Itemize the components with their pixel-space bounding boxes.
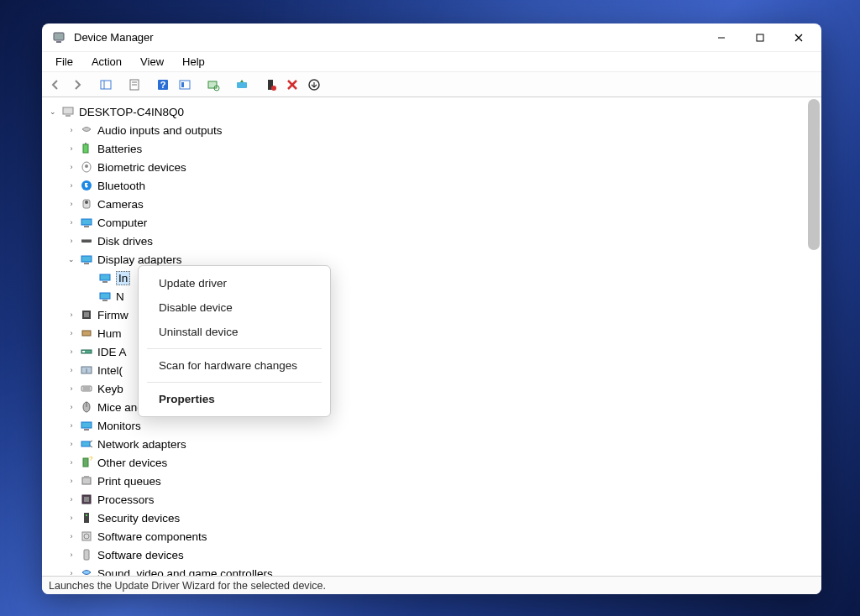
menu-action[interactable]: Action [83,54,130,70]
chevron-right-icon: › [66,475,77,487]
device-category-icon [79,493,94,506]
device-category-icon [79,253,94,266]
ctx-uninstall-device[interactable]: Uninstall device [139,320,330,344]
tree-item[interactable]: ›Bluetooth [66,176,821,195]
svg-rect-24 [66,115,71,117]
show-hide-tree-button[interactable] [96,75,116,95]
svg-rect-37 [84,263,89,264]
disable-button[interactable] [304,75,324,95]
display-adapter-icon [97,271,113,285]
svg-rect-41 [102,300,108,301]
display-adapter-icon [97,290,113,303]
svg-rect-23 [63,107,73,114]
menu-view[interactable]: View [132,54,172,70]
scrollbar[interactable] [808,99,820,250]
tree-item-label: N [116,290,124,303]
tree-item-label: Security devices [97,512,180,525]
tree-item[interactable]: ›Cameras [66,195,821,213]
svg-rect-57 [83,458,88,467]
chevron-right-icon: › [66,493,77,505]
svg-text:?: ? [89,456,93,462]
help-button[interactable]: ? [153,75,173,95]
svg-rect-40 [100,293,110,299]
device-category-icon [79,474,94,488]
forward-button[interactable] [67,75,87,95]
svg-rect-43 [84,312,89,317]
tree-item-label: Network adapters [97,438,186,451]
close-button[interactable] [779,24,818,51]
tree-item[interactable]: ›Audio inputs and outputs [66,121,821,139]
tree-item[interactable]: ›Security devices [66,509,821,527]
svg-rect-62 [84,497,89,502]
svg-rect-60 [84,476,89,478]
svg-rect-67 [84,550,89,560]
svg-rect-49 [81,386,92,391]
device-category-icon [79,197,94,211]
tree-root-label: DESKTOP-C4IN8Q0 [79,106,184,118]
tree-item[interactable]: ›Sound, video and game controllers [66,564,821,576]
chevron-right-icon: › [66,180,77,191]
svg-rect-63 [84,513,89,523]
tree-item-label: Sound, video and game controllers [97,567,273,577]
back-button[interactable] [45,75,66,95]
device-category-icon [79,419,94,432]
tree-item-label: Biometric devices [97,161,186,174]
svg-rect-59 [82,478,91,484]
chevron-right-icon: › [66,124,77,136]
update-driver-button[interactable] [232,75,252,95]
svg-rect-39 [102,281,108,283]
svg-rect-0 [54,33,64,40]
device-category-icon [79,123,94,137]
svg-point-31 [85,201,88,204]
ctx-disable-device[interactable]: Disable device [139,295,330,320]
svg-rect-26 [85,143,87,144]
tree-item[interactable]: ›Disk drives [66,232,821,250]
tree-item[interactable]: ›Processors [66,490,821,509]
status-text: Launches the Update Driver Wizard for th… [49,580,326,592]
device-category-icon [79,142,94,155]
svg-rect-6 [101,81,111,89]
tree-item[interactable]: ›Monitors [66,416,821,435]
tree-item-label: Monitors [97,420,141,432]
menu-help[interactable]: Help [174,54,213,70]
uninstall-button[interactable] [260,75,281,95]
ctx-update-driver[interactable]: Update driver [139,271,330,295]
titlebar: Device Manager [42,23,821,52]
properties-button[interactable] [124,75,144,95]
menu-file[interactable]: File [47,54,81,70]
action-button[interactable] [175,75,195,95]
tree-item[interactable]: ›Biometric devices [66,158,821,176]
tree-item[interactable]: ›Computer [66,213,821,232]
toolbar: ? [42,72,821,97]
tree-item[interactable]: ›Software components [66,527,821,546]
ctx-scan-hardware[interactable]: Scan for hardware changes [139,353,330,378]
tree-root[interactable]: ⌄ DESKTOP-C4IN8Q0 [47,102,821,121]
tree-item-label: IDE A [97,346,127,358]
tree-item-label: Intel( [97,364,123,377]
chevron-right-icon: › [66,143,77,154]
tree-item[interactable]: ›?Other devices [66,453,821,472]
device-category-icon: i [79,363,94,377]
tree-item-label: Other devices [97,457,167,469]
ctx-properties[interactable]: Properties [139,387,330,411]
svg-rect-54 [81,422,92,428]
tree-item[interactable]: ›Print queues [66,472,821,490]
minimize-button[interactable] [702,24,741,51]
device-category-icon [79,179,94,192]
scan-hardware-button[interactable] [203,75,223,95]
svg-rect-35 [81,239,92,240]
tree-item-label: Software devices [97,549,184,561]
device-category-icon [79,160,94,174]
app-icon [52,31,66,44]
maximize-button[interactable] [741,24,779,51]
delete-button[interactable] [282,75,302,95]
tree-item[interactable]: ›Software devices [66,546,821,564]
chevron-right-icon: › [66,217,77,228]
tree-item[interactable]: ›Network adapters [66,435,821,453]
chevron-right-icon: › [66,457,77,468]
svg-point-64 [86,514,87,516]
window-title: Device Manager [74,31,702,44]
tree-item[interactable]: ›Batteries [66,139,821,158]
device-tree[interactable]: ⌄ DESKTOP-C4IN8Q0 ›Audio inputs and outp… [42,97,821,576]
chevron-right-icon: › [66,512,77,524]
